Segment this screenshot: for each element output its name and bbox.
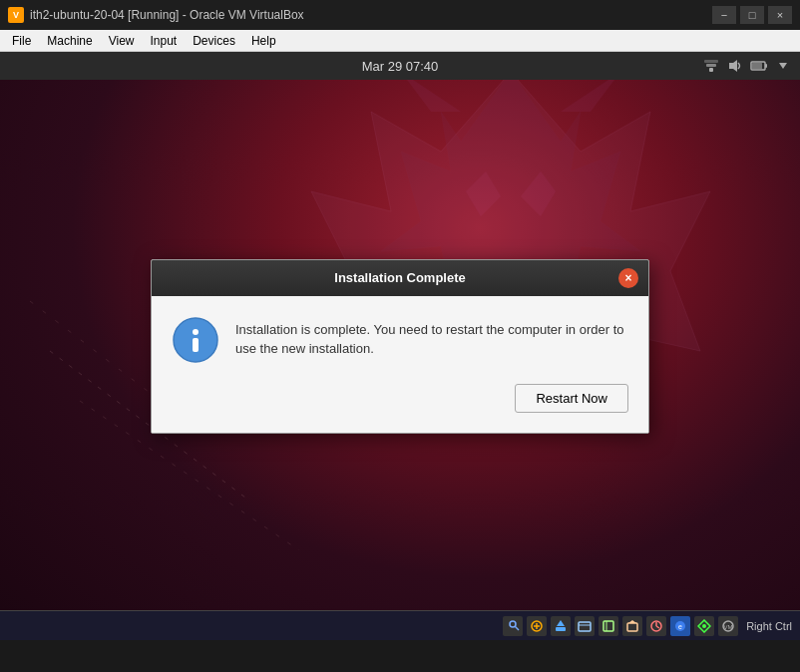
taskbar-icon-7[interactable] — [646, 616, 666, 636]
menu-file[interactable]: File — [4, 32, 39, 50]
vm-screen: Mar 29 07:40 — [0, 52, 800, 640]
svg-rect-31 — [627, 623, 637, 631]
svg-text:VM: VM — [724, 624, 733, 630]
window-controls: − □ × — [712, 6, 792, 24]
menu-input[interactable]: Input — [143, 32, 186, 50]
dialog-title: Installation Complete — [182, 270, 618, 285]
taskbar-icon-8[interactable]: e — [670, 616, 690, 636]
dialog-close-button[interactable]: × — [618, 268, 638, 288]
maximize-button[interactable]: □ — [740, 6, 764, 24]
svg-rect-25 — [556, 627, 566, 631]
app-icon: V — [8, 7, 24, 23]
taskbar-icon-5[interactable] — [599, 616, 618, 636]
dialog-body: Installation is complete. You need to re… — [152, 296, 648, 433]
window-title: ith2-ubuntu-20-04 [Running] - Oracle VM … — [30, 8, 712, 22]
menu-bar: File Machine View Input Devices Help — [0, 30, 800, 52]
restart-now-button[interactable]: Restart Now — [515, 384, 628, 413]
taskbar-icon-10[interactable]: VM — [718, 616, 738, 636]
window-titlebar: V ith2-ubuntu-20-04 [Running] - Oracle V… — [0, 0, 800, 30]
svg-text:e: e — [678, 623, 682, 630]
svg-point-18 — [193, 329, 199, 335]
taskbar-icon-4[interactable] — [575, 616, 595, 636]
menu-view[interactable]: View — [101, 32, 143, 50]
taskbar-icon-6[interactable] — [622, 616, 642, 636]
taskbar-icon-1[interactable] — [503, 616, 523, 636]
svg-line-35 — [656, 626, 659, 628]
dialog-titlebar: Installation Complete × — [152, 260, 648, 296]
close-button[interactable]: × — [768, 6, 792, 24]
taskbar-icon-3[interactable] — [551, 616, 571, 636]
taskbar: e VM Right Ctrl — [0, 610, 800, 640]
dialog-content-row: Installation is complete. You need to re… — [172, 316, 628, 364]
svg-line-21 — [515, 626, 519, 630]
right-ctrl-label: Right Ctrl — [746, 620, 792, 632]
svg-point-39 — [702, 624, 706, 628]
svg-rect-27 — [579, 622, 591, 631]
menu-machine[interactable]: Machine — [39, 32, 100, 50]
dialog-overlay: Installation Complete × Installation is … — [0, 52, 800, 640]
taskbar-icon-9[interactable] — [694, 616, 714, 636]
menu-devices[interactable]: Devices — [185, 32, 243, 50]
dialog-message: Installation is complete. You need to re… — [235, 316, 628, 359]
minimize-button[interactable]: − — [712, 6, 736, 24]
installation-complete-dialog: Installation Complete × Installation is … — [151, 259, 649, 434]
taskbar-icon-2[interactable] — [527, 616, 547, 636]
dialog-actions: Restart Now — [172, 380, 628, 413]
info-icon — [172, 316, 219, 364]
svg-rect-19 — [193, 338, 199, 352]
svg-rect-29 — [603, 621, 613, 631]
svg-marker-32 — [628, 620, 636, 623]
svg-marker-26 — [557, 620, 565, 626]
menu-help[interactable]: Help — [243, 32, 284, 50]
